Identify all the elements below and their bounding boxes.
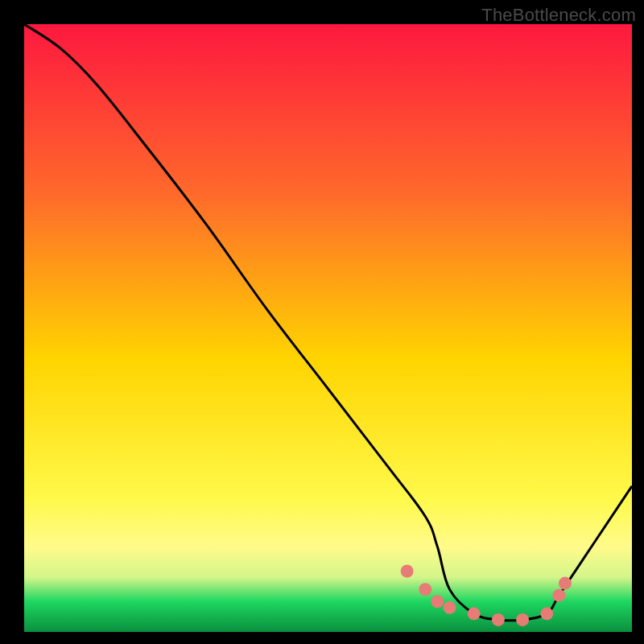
optimal-marker [444,601,456,614]
optimal-marker [419,583,431,596]
chart-stage: TheBottleneck.com [0,0,644,644]
optimal-marker [431,595,444,608]
optimal-marker [516,613,529,626]
optimal-marker [492,613,505,626]
optimal-marker [468,607,481,620]
optimal-marker [401,565,414,578]
chart-svg [0,0,644,644]
watermark-label: TheBottleneck.com [481,5,636,26]
optimal-marker [540,607,553,620]
optimal-marker [559,577,572,590]
optimal-marker [552,589,565,602]
plot-background [24,24,632,632]
